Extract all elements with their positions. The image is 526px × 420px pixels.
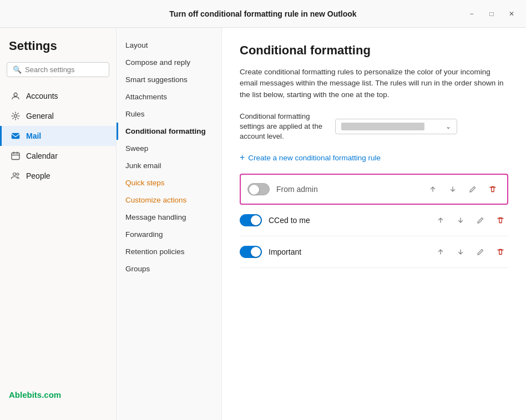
midnav-conditional-formatting[interactable]: Conditional formatting — [117, 123, 221, 140]
account-dropdown[interactable]: ⌄ — [335, 119, 457, 134]
sidebar-mail-label: Mail — [26, 131, 41, 140]
rule-edit-cced[interactable] — [473, 212, 488, 228]
account-level-label: Conditional formatting settings are appl… — [240, 112, 328, 142]
rule-edit-from-admin[interactable] — [465, 181, 481, 197]
toggle-from-admin[interactable] — [247, 183, 270, 195]
midnav-sweep[interactable]: Sweep — [117, 140, 221, 157]
main-content: Conditional formatting Create conditiona… — [222, 28, 526, 420]
rule-delete-from-admin[interactable] — [485, 181, 500, 197]
rule-down-important[interactable] — [453, 244, 468, 260]
close-button[interactable]: ✕ — [504, 6, 519, 22]
mail-icon — [11, 131, 21, 141]
rule-down-cced[interactable] — [453, 212, 468, 228]
window-title: Turn off conditional formatting rule in … — [169, 9, 356, 18]
midnav-smart-suggestions[interactable]: Smart suggestions — [117, 71, 221, 88]
sidebar-item-calendar[interactable]: Calendar — [0, 146, 116, 166]
rule-up-important[interactable] — [433, 244, 448, 260]
sidebar: Settings 🔍 Search settings Accounts Gene — [0, 28, 117, 420]
toggle-cced[interactable] — [240, 214, 262, 226]
midnav-customize-actions[interactable]: Customize actions — [117, 191, 221, 209]
rule-actions-cced — [433, 212, 508, 228]
create-rule-label: Create a new conditional formatting rule — [248, 154, 381, 162]
rule-actions-important — [433, 244, 508, 260]
midnav-retention-policies[interactable]: Retention policies — [117, 243, 221, 260]
rule-up-from-admin[interactable] — [425, 181, 441, 197]
rule-label-cced: CCed to me — [269, 216, 426, 225]
title-bar: Turn off conditional formatting rule in … — [0, 0, 526, 28]
account-level-row: Conditional formatting settings are appl… — [240, 112, 508, 142]
svg-point-5 — [17, 173, 19, 175]
rule-down-from-admin[interactable] — [445, 181, 461, 197]
calendar-icon — [11, 151, 21, 161]
toggle-important[interactable] — [240, 246, 262, 258]
person-icon — [11, 91, 21, 101]
people-icon — [11, 171, 21, 181]
toggle-thumb-important — [251, 247, 261, 257]
sidebar-heading: Settings — [0, 39, 116, 62]
minimize-button[interactable]: − — [464, 6, 479, 22]
dropdown-value — [341, 123, 424, 130]
rule-delete-cced[interactable] — [493, 212, 508, 228]
midnav-rules[interactable]: Rules — [117, 105, 221, 123]
sidebar-item-mail[interactable]: Mail — [0, 126, 116, 146]
rule-delete-important[interactable] — [493, 244, 508, 260]
search-settings-box[interactable]: 🔍 Search settings — [7, 62, 109, 77]
svg-point-0 — [14, 93, 17, 97]
page-description: Create conditional formatting rules to p… — [240, 67, 506, 100]
midnav-quick-steps[interactable]: Quick steps — [117, 174, 221, 191]
toggle-thumb-from-admin — [249, 185, 259, 195]
sidebar-footer: Ablebits.com — [0, 381, 116, 409]
midnav-junk-email[interactable]: Junk email — [117, 157, 221, 174]
plus-icon: + — [240, 153, 245, 163]
midnav-message-handling[interactable]: Message handling — [117, 209, 221, 226]
sidebar-item-general[interactable]: General — [0, 106, 116, 126]
rule-row-important: Important — [240, 236, 508, 268]
sidebar-calendar-label: Calendar — [26, 151, 58, 160]
window-controls: − □ ✕ — [464, 6, 519, 22]
midnav-layout[interactable]: Layout — [117, 37, 221, 54]
rule-label-important: Important — [269, 247, 426, 256]
mid-nav: Layout Compose and reply Smart suggestio… — [117, 28, 222, 420]
sidebar-people-label: People — [26, 171, 50, 180]
rule-row-cced: CCed to me — [240, 205, 508, 236]
midnav-forwarding[interactable]: Forwarding — [117, 226, 221, 243]
svg-point-4 — [13, 173, 16, 176]
midnav-compose-reply[interactable]: Compose and reply — [117, 54, 221, 71]
svg-rect-2 — [12, 133, 19, 139]
sidebar-item-accounts[interactable]: Accounts — [0, 86, 116, 106]
rule-row-from-admin: From admin — [240, 174, 508, 205]
rule-label-from-admin: From admin — [276, 185, 418, 194]
sidebar-accounts-label: Accounts — [26, 92, 58, 100]
rule-edit-important[interactable] — [473, 244, 488, 260]
create-rule-link[interactable]: + Create a new conditional formatting ru… — [240, 153, 508, 163]
sidebar-item-people[interactable]: People — [0, 166, 116, 186]
brand-label: Ablebits.com — [9, 390, 61, 399]
gear-icon — [11, 111, 21, 121]
app-body: Settings 🔍 Search settings Accounts Gene — [0, 28, 526, 420]
toggle-thumb-cced — [251, 215, 261, 225]
midnav-groups[interactable]: Groups — [117, 260, 221, 277]
svg-rect-3 — [12, 153, 19, 160]
svg-point-1 — [14, 115, 17, 118]
sidebar-general-label: General — [26, 112, 54, 120]
page-title: Conditional formatting — [240, 43, 508, 58]
search-settings-input[interactable]: Search settings — [25, 65, 103, 74]
maximize-button[interactable]: □ — [484, 6, 499, 22]
rule-actions-from-admin — [425, 181, 500, 197]
search-icon: 🔍 — [13, 65, 22, 74]
rule-up-cced[interactable] — [433, 212, 448, 228]
midnav-attachments[interactable]: Attachments — [117, 88, 221, 105]
chevron-down-icon: ⌄ — [446, 123, 451, 130]
